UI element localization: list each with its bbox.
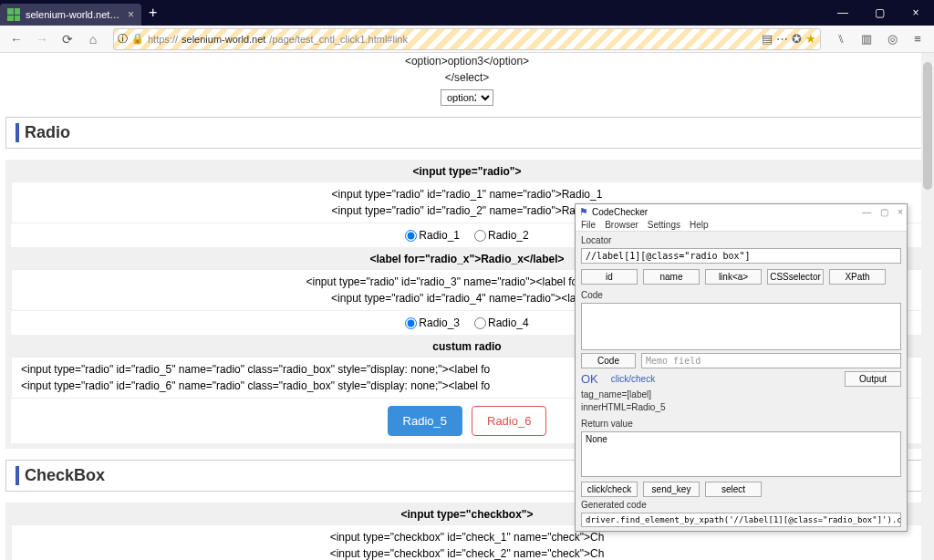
window-titlebar: selenium-world.net/page/test... × + — ▢ … xyxy=(0,0,934,26)
library-icon[interactable]: ⑊ xyxy=(830,28,852,50)
btn-sendkey[interactable]: send_key xyxy=(643,482,700,497)
code-textarea[interactable] xyxy=(581,303,901,350)
window-controls: — ▢ × xyxy=(825,0,934,26)
radio-input[interactable] xyxy=(405,230,417,242)
tag-line: tag_name=[label] xyxy=(581,389,901,399)
memo-field[interactable]: Memo field xyxy=(641,353,901,368)
action-buttons: click/check send_key select xyxy=(581,482,901,497)
radio-label: Radio_1 xyxy=(419,229,460,242)
radio-section: Radio xyxy=(5,117,929,149)
address-bar[interactable]: ⓘ 🔒 https://selenium-world.net/page/test… xyxy=(113,28,821,50)
radio-4[interactable]: Radio_4 xyxy=(474,316,529,329)
cc-maximize-icon[interactable]: ▢ xyxy=(880,207,888,217)
radio-input[interactable] xyxy=(405,317,417,329)
tabs-area: selenium-world.net/page/test... × + xyxy=(0,0,164,26)
btn-name[interactable]: name xyxy=(643,269,700,285)
menu-browser[interactable]: Browser xyxy=(605,220,638,230)
forward-button[interactable]: → xyxy=(31,28,53,50)
shield-icon[interactable]: ✪ xyxy=(792,32,802,46)
menu-help[interactable]: Help xyxy=(690,220,709,230)
inner-line: innerHTML=Radio_5 xyxy=(581,402,901,412)
code-label: Code xyxy=(581,290,901,300)
codechecker-window: ⚑ CodeChecker — ▢ × File Browser Setting… xyxy=(575,203,908,532)
btn-id[interactable]: id xyxy=(581,269,638,285)
more-icon[interactable]: ⋯ xyxy=(776,32,788,46)
back-button[interactable]: ← xyxy=(5,28,27,50)
radio-3[interactable]: Radio_3 xyxy=(405,316,460,329)
radio-input[interactable] xyxy=(474,230,486,242)
snippet-line: <option>option3</option> xyxy=(5,53,929,69)
url-domain: selenium-world.net xyxy=(182,34,265,45)
radio-label: Radio_3 xyxy=(419,316,460,329)
cc-menu: File Browser Settings Help xyxy=(576,220,907,232)
option-select[interactable]: option2 xyxy=(441,89,493,106)
url-scheme: https:// xyxy=(148,34,178,45)
cc-close-icon[interactable]: × xyxy=(898,207,903,217)
gen-label: Generated code xyxy=(581,500,901,510)
browser-toolbar: ← → ⟳ ⌂ ⓘ 🔒 https://selenium-world.net/p… xyxy=(0,26,934,53)
menu-settings[interactable]: Settings xyxy=(648,220,680,230)
return-value: None xyxy=(586,434,607,444)
locator-label: Locator xyxy=(581,235,901,245)
radio-6-button[interactable]: Radio_6 xyxy=(472,406,546,436)
tab-title: selenium-world.net/page/test... xyxy=(26,9,122,20)
locator-buttons: id name link<a> CSSselector XPath xyxy=(581,269,901,285)
info-icon[interactable]: ⓘ xyxy=(118,32,128,46)
scrollbar-thumb[interactable] xyxy=(923,62,932,190)
star-icon[interactable]: ★ xyxy=(805,32,816,46)
return-label: Return value xyxy=(581,419,901,429)
reader-icon[interactable]: ▤ xyxy=(762,32,773,46)
btn-link[interactable]: link<a> xyxy=(705,269,762,285)
menu-file[interactable]: File xyxy=(581,220,596,230)
radio-2[interactable]: Radio_2 xyxy=(474,229,529,242)
cc-titlebar[interactable]: ⚑ CodeChecker — ▢ × xyxy=(576,204,907,220)
cc-minimize-icon[interactable]: — xyxy=(862,207,871,217)
close-icon[interactable]: × xyxy=(128,8,134,21)
sidebar-icon[interactable]: ▥ xyxy=(856,28,877,50)
lock-icon: 🔒 xyxy=(131,33,144,45)
cc-title: CodeChecker xyxy=(592,207,648,217)
block-title: <input type="radio"> xyxy=(11,165,923,178)
btn-clickcheck[interactable]: click/check xyxy=(581,482,638,497)
radio-5-button[interactable]: Radio_5 xyxy=(388,406,462,436)
snippet-line: </select> xyxy=(5,69,929,86)
url-path: /page/test_cntl_click1.html#link xyxy=(269,34,758,45)
btn-output[interactable]: Output xyxy=(845,371,901,387)
toolbar-right: ⑊ ▥ ◎ ≡ xyxy=(830,28,929,50)
close-window-icon[interactable]: × xyxy=(898,0,934,26)
btn-css[interactable]: CSSselector xyxy=(767,269,824,285)
maximize-icon[interactable]: ▢ xyxy=(861,0,898,26)
code-snippet: <option>option3</option> </select> xyxy=(5,53,929,86)
generated-code[interactable]: driver.find_element_by_xpath('//label[1]… xyxy=(581,513,901,527)
reload-button[interactable]: ⟳ xyxy=(57,28,78,50)
favicon-icon xyxy=(7,8,20,21)
action-link: click/check xyxy=(611,374,655,384)
app-icon: ⚑ xyxy=(579,206,588,218)
code-line: <input type="checkbox" id="check_2" name… xyxy=(16,545,918,560)
radio-input[interactable] xyxy=(474,317,486,329)
return-value-box[interactable]: None xyxy=(581,431,901,477)
menu-icon[interactable]: ≡ xyxy=(907,28,929,50)
code-line: <input type="radio" id="radio_1" name="r… xyxy=(16,186,918,202)
radio-heading: Radio xyxy=(16,123,918,142)
btn-select[interactable]: select xyxy=(705,482,762,497)
browser-tab[interactable]: selenium-world.net/page/test... × xyxy=(0,4,141,26)
btn-xpath[interactable]: XPath xyxy=(829,269,886,285)
radio-label: Radio_2 xyxy=(488,229,529,242)
new-tab-button[interactable]: + xyxy=(141,5,164,21)
status-ok: OK xyxy=(581,372,598,386)
url-actions: ▤ ⋯ ✪ ★ xyxy=(762,32,816,46)
radio-label: Radio_4 xyxy=(488,316,529,329)
cc-body: Locator id name link<a> CSSselector XPat… xyxy=(576,232,907,531)
scrollbar[interactable] xyxy=(921,53,934,560)
home-button[interactable]: ⌂ xyxy=(82,28,104,50)
btn-code[interactable]: Code xyxy=(581,353,636,368)
radio-1[interactable]: Radio_1 xyxy=(405,229,460,242)
locator-input[interactable] xyxy=(581,248,901,264)
minimize-icon[interactable]: — xyxy=(825,0,861,26)
account-icon[interactable]: ◎ xyxy=(881,28,903,50)
